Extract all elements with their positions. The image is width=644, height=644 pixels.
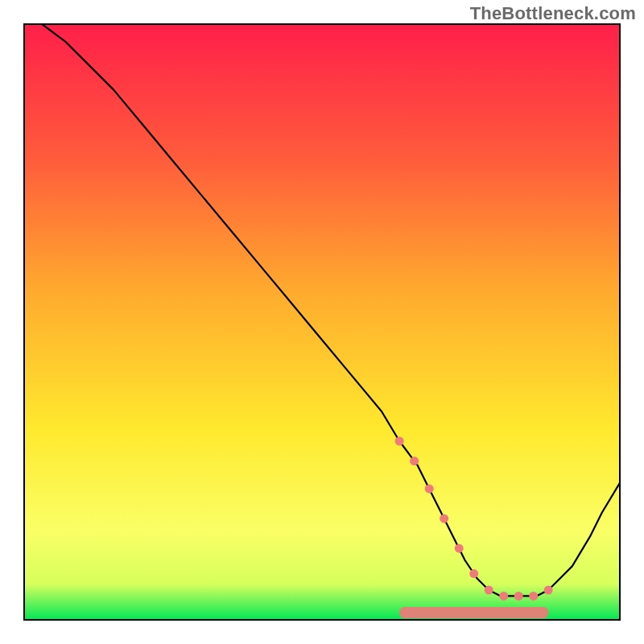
optimal-range-highlight — [399, 607, 548, 618]
optimal-dot — [440, 514, 448, 523]
optimal-dot — [455, 544, 464, 553]
optimal-dot — [410, 456, 419, 465]
optimal-dot — [514, 592, 523, 601]
optimal-dot — [499, 592, 508, 601]
optimal-dot — [485, 586, 493, 595]
optimal-dot — [544, 586, 553, 595]
chart-svg — [0, 0, 644, 644]
optimal-dot — [469, 569, 478, 578]
optimal-dot — [529, 592, 538, 601]
plot-background — [24, 24, 620, 620]
attribution-label: TheBottleneck.com — [470, 3, 636, 24]
bottleneck-chart: TheBottleneck.com — [0, 0, 644, 644]
optimal-dot — [395, 437, 404, 446]
optimal-dot — [425, 485, 434, 493]
